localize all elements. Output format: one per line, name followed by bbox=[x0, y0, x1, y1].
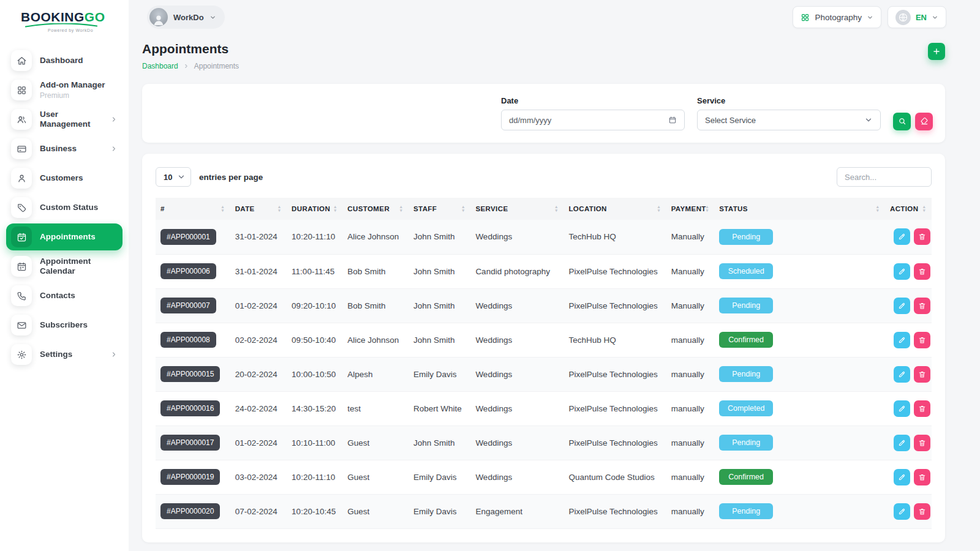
column-header-staff[interactable]: STAFF▴▾ bbox=[409, 198, 470, 220]
cell-customer: Bob Smith bbox=[342, 288, 409, 323]
cell-location: Quantum Code Studios bbox=[564, 460, 666, 494]
trash-icon bbox=[918, 336, 926, 344]
cell-service: Candid photography bbox=[470, 254, 564, 288]
edit-button[interactable] bbox=[894, 298, 910, 314]
pencil-icon bbox=[898, 473, 906, 481]
column-header-date[interactable]: DATE▴▾ bbox=[230, 198, 287, 220]
service-filter-label: Service bbox=[697, 96, 881, 105]
service-filter-select[interactable]: Select Service bbox=[697, 110, 881, 130]
edit-button[interactable] bbox=[894, 263, 910, 280]
delete-button[interactable] bbox=[914, 298, 930, 314]
delete-button[interactable] bbox=[914, 503, 930, 520]
sidebar-item-customers[interactable]: Customers bbox=[6, 165, 123, 192]
appointment-id-badge: #APP0000020 bbox=[160, 503, 220, 519]
card-icon bbox=[11, 138, 32, 159]
language-label: EN bbox=[916, 13, 927, 22]
delete-button[interactable] bbox=[914, 400, 930, 417]
delete-button[interactable] bbox=[914, 228, 930, 245]
delete-button[interactable] bbox=[914, 263, 930, 280]
cell-payment: manually bbox=[666, 357, 715, 391]
table-search-input[interactable] bbox=[837, 167, 932, 187]
trash-icon bbox=[918, 473, 926, 481]
cell-service: Weddings bbox=[470, 391, 564, 425]
breadcrumb-dashboard-link[interactable]: Dashboard bbox=[142, 62, 178, 70]
edit-button[interactable] bbox=[894, 332, 910, 348]
delete-button[interactable] bbox=[914, 332, 930, 348]
edit-button[interactable] bbox=[894, 228, 910, 245]
sidebar-item-subscribers[interactable]: Subscribers bbox=[6, 312, 123, 339]
cell-duration: 10:00-10:50 bbox=[287, 357, 342, 391]
clear-filter-button[interactable] bbox=[915, 113, 933, 130]
column-header-status[interactable]: STATUS▴▾ bbox=[714, 198, 885, 220]
delete-button[interactable] bbox=[914, 469, 930, 485]
page-head: Appointments Dashboard Appointments bbox=[142, 42, 945, 70]
brand-name: BOOKINGGO bbox=[21, 10, 129, 24]
sidebar-item-label: Add-on ManagerPremium bbox=[40, 80, 105, 100]
column-header-payment[interactable]: PAYMENT▴▾ bbox=[666, 198, 715, 220]
sidebar-item-contacts[interactable]: Contacts bbox=[6, 282, 123, 309]
chevron-right-icon bbox=[183, 63, 189, 69]
page-title: Appointments bbox=[142, 42, 239, 56]
trash-icon bbox=[918, 508, 926, 515]
table-body: #APP00000131-01-202410:20-11:10Alice Joh… bbox=[156, 220, 932, 528]
apply-filter-button[interactable] bbox=[893, 113, 911, 130]
cell-staff: John Smith bbox=[409, 425, 470, 460]
language-selector[interactable]: EN bbox=[888, 6, 946, 28]
cell-staff: John Smith bbox=[409, 288, 470, 323]
column-header-customer[interactable]: CUSTOMER▴▾ bbox=[342, 198, 409, 220]
date-filter-input[interactable]: dd/mm/yyyy bbox=[501, 110, 685, 130]
pencil-icon bbox=[898, 233, 906, 241]
workspace-selector[interactable]: WorkDo bbox=[147, 6, 225, 29]
column-header-service[interactable]: SERVICE▴▾ bbox=[470, 198, 564, 220]
sort-icon: ▴▾ bbox=[278, 205, 281, 212]
chevron-right-icon bbox=[110, 116, 118, 123]
business-category-selector[interactable]: Photography bbox=[793, 6, 881, 28]
sidebar-item-settings[interactable]: Settings bbox=[6, 341, 123, 368]
appointment-row: #APP000001701-02-202410:10-11:00GuestJoh… bbox=[156, 425, 932, 460]
entries-per-page-select[interactable]: 10 bbox=[156, 167, 191, 187]
sidebar-item-user-management[interactable]: User Management bbox=[6, 106, 123, 133]
status-badge: Pending bbox=[719, 229, 773, 245]
cell-location: PixelPulse Technologies bbox=[564, 494, 666, 528]
appointment-row: #APP000002007-02-202410:20-10:45GuestEmi… bbox=[156, 494, 932, 528]
chevron-down-icon bbox=[867, 14, 873, 21]
cell-staff: Emily Davis bbox=[409, 460, 470, 494]
date-filter-field: Date dd/mm/yyyy bbox=[501, 96, 685, 130]
appointment-id-badge: #APP0000015 bbox=[160, 366, 220, 382]
cell-location: PixelPulse Technologies bbox=[564, 391, 666, 425]
trash-icon bbox=[918, 233, 926, 241]
edit-button[interactable] bbox=[894, 400, 910, 417]
add-appointment-button[interactable] bbox=[928, 43, 945, 60]
column-header-action[interactable]: ACTION▴▾ bbox=[885, 198, 932, 220]
edit-button[interactable] bbox=[894, 469, 910, 485]
cell-payment: manually bbox=[666, 425, 715, 460]
service-filter-value: Select Service bbox=[705, 116, 756, 125]
edit-button[interactable] bbox=[894, 435, 910, 451]
appointment-row: #APP000001624-02-202414:30-15:20testRobe… bbox=[156, 391, 932, 425]
sidebar-item-sublabel: Premium bbox=[40, 91, 105, 100]
calendar-icon bbox=[668, 116, 677, 124]
clear-filter-icon bbox=[920, 117, 929, 126]
sidebar-item-add-on-manager[interactable]: Add-on ManagerPremium bbox=[6, 77, 123, 103]
sidebar-item-dashboard[interactable]: Dashboard bbox=[6, 47, 123, 74]
sidebar-item-custom-status[interactable]: Custom Status bbox=[6, 194, 123, 221]
sidebar-item-business[interactable]: Business bbox=[6, 135, 123, 162]
pencil-icon bbox=[898, 268, 906, 276]
filter-buttons bbox=[893, 113, 933, 130]
appointments-table: #▴▾DATE▴▾DURATION▴▾CUSTOMER▴▾STAFF▴▾SERV… bbox=[156, 198, 932, 529]
delete-button[interactable] bbox=[914, 366, 930, 383]
brand-logo: BOOKINGGO Powered by WorkDo bbox=[0, 0, 129, 32]
edit-button[interactable] bbox=[894, 366, 910, 383]
delete-button[interactable] bbox=[914, 435, 930, 451]
column-header-id[interactable]: #▴▾ bbox=[156, 198, 230, 220]
column-header-location[interactable]: LOCATION▴▾ bbox=[564, 198, 666, 220]
pencil-icon bbox=[898, 302, 906, 310]
cell-payment: manually bbox=[666, 460, 715, 494]
chevron-down-icon bbox=[864, 116, 873, 124]
sidebar-item-appointments[interactable]: Appointments bbox=[6, 223, 123, 250]
edit-button[interactable] bbox=[894, 503, 910, 520]
sidebar-item-appointment-calendar[interactable]: Appointment Calendar bbox=[6, 253, 123, 280]
sort-icon: ▴▾ bbox=[334, 205, 336, 212]
column-header-duration[interactable]: DURATION▴▾ bbox=[287, 198, 342, 220]
cell-staff: Emily Davis bbox=[409, 494, 470, 528]
